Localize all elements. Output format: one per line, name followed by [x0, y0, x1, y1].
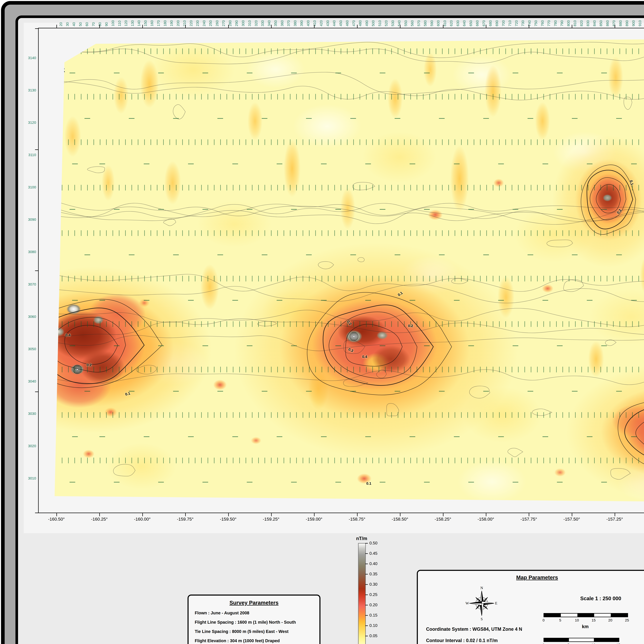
- scalebar-segment: [594, 638, 619, 641]
- axis-top-label: 310: [248, 20, 251, 26]
- survey-parameter-row: Flight Elevation : 304 m (1000 feet) Dra…: [195, 638, 313, 643]
- scalebar-tick: 10: [588, 643, 599, 644]
- flightline-tick-row: [62, 139, 644, 145]
- axis-top-label: 130: [131, 20, 134, 26]
- axis-bottom-label: -157.75°: [508, 517, 549, 521]
- axis-top-label: 340: [267, 20, 271, 26]
- axis-top-label: 260: [215, 20, 219, 26]
- axis-top-label: 50: [79, 22, 82, 26]
- map-parameter-row: Contour Interval : 0.02 / 0.1 nT/m: [426, 638, 498, 643]
- axis-top-label: 640: [463, 20, 466, 26]
- axis-bottom-label: -159.75°: [165, 517, 206, 521]
- axis-top-label: 210: [183, 20, 186, 26]
- axis-top-label: 860: [606, 20, 609, 26]
- scalebar-segments: [544, 613, 628, 617]
- frame-tick-bottom: [314, 513, 315, 516]
- flightline-tick-row: [62, 321, 644, 327]
- axis-top-label: 330: [261, 20, 264, 26]
- tie-line-dash-row: [70, 118, 644, 119]
- compass-n: N: [480, 586, 483, 590]
- axis-bottom-label: -159.50°: [208, 517, 249, 521]
- frame-tick-top: [357, 25, 358, 28]
- axis-bottom-label: -160.00°: [122, 517, 163, 521]
- axis-top-label: 140: [137, 20, 141, 26]
- legend-tick-value: 0.40: [369, 562, 377, 566]
- tie-line-dash-row: [70, 300, 644, 301]
- map-parameters-title: Map Parameters: [418, 574, 644, 581]
- axis-top-label: 610: [443, 20, 447, 26]
- frame-tick-bottom: [357, 513, 358, 516]
- scalebar-tick: 0: [538, 643, 549, 644]
- scale-text: Scale 1 : 250 000: [549, 596, 644, 601]
- frame-tick-bottom: [615, 513, 615, 516]
- scalebar-segment: [544, 614, 561, 617]
- tie-line-dash-row: [70, 391, 644, 392]
- flightline-tick-row: [62, 185, 644, 190]
- axis-top-label: 590: [430, 20, 434, 26]
- tie-line-dash-row: [70, 482, 644, 482]
- axis-top-label: 30: [66, 22, 69, 26]
- axis-top-label: 480: [358, 20, 362, 26]
- contour-value-label: 0.2: [408, 324, 413, 328]
- axis-top-label: 720: [515, 20, 518, 26]
- axis-top-label: 740: [528, 20, 531, 26]
- axis-top-label: 540: [397, 20, 401, 26]
- axis-top-label: 890: [625, 20, 629, 26]
- map-plot-area: 0.40.20.10.10.20.30.40.10.20.20.10.20.30…: [38, 28, 644, 513]
- axis-top-label: 730: [521, 20, 525, 26]
- frame-tick-left: [35, 149, 39, 150]
- axis-top-label: 900: [632, 20, 635, 26]
- scalebar-segment: [577, 614, 594, 617]
- axis-bottom-label: -157.00°: [637, 517, 644, 521]
- axis-top-label: 620: [450, 20, 453, 26]
- axis-top-label: 670: [482, 20, 486, 26]
- frame-tick-left: [35, 392, 39, 392]
- axis-bottom-label: -157.50°: [551, 517, 592, 521]
- axis-top-label: 320: [254, 20, 258, 26]
- frame-tick-top: [486, 25, 486, 28]
- frame-tick-top: [142, 25, 143, 28]
- compass-w: W: [465, 601, 469, 605]
- axis-bottom-label: -158.50°: [379, 517, 421, 521]
- frame-tick-bottom: [486, 513, 486, 516]
- axis-top-label: 180: [163, 20, 167, 26]
- axis-top-label: 850: [599, 20, 603, 26]
- flightline-tick-row: [62, 94, 644, 100]
- map-data-region: 0.40.20.10.10.20.30.40.10.20.20.10.20.30…: [39, 28, 644, 513]
- axis-top-label: 290: [235, 20, 238, 26]
- axis-top-label: 170: [157, 20, 160, 26]
- axis-top-label: 160: [150, 20, 154, 26]
- axis-top-label: 380: [293, 20, 297, 26]
- legend-gradient-bar: [358, 543, 366, 644]
- legend-tick-value: 0.45: [369, 551, 377, 555]
- axis-top-label: 790: [560, 20, 564, 26]
- frame-tick-bottom: [529, 513, 529, 516]
- flightline-tick-row: [62, 276, 644, 281]
- frame-tick-top: [615, 25, 615, 28]
- scalebar-segment: [561, 614, 578, 617]
- contour-value-label: 0.1: [366, 482, 371, 485]
- axis-left-label: 3130: [21, 88, 36, 92]
- scalebar-unit: km: [575, 624, 596, 629]
- frame-tick-top: [185, 25, 186, 28]
- tie-line-dash-row: [70, 164, 644, 164]
- flightline-tick-row: [62, 367, 644, 372]
- axis-top-label: 40: [72, 22, 76, 26]
- tie-line-dash-row: [70, 255, 644, 255]
- tie-line-dash-row: [70, 209, 644, 210]
- axis-left-label: 3080: [21, 250, 36, 254]
- axis-top-label: 490: [365, 20, 369, 26]
- scalebar-tick: 0: [538, 618, 549, 622]
- axis-top-label: 880: [619, 20, 622, 26]
- legend-tick-line: [365, 636, 368, 636]
- frame-tick-bottom: [142, 513, 143, 516]
- legend-tick-value: 0.10: [369, 623, 377, 628]
- axis-top-label: 840: [593, 20, 596, 26]
- axis-bottom-label: -158.25°: [422, 517, 464, 521]
- frame-tick-bottom: [271, 513, 272, 516]
- axis-top-label: 240: [202, 20, 206, 26]
- survey-parameters-title: Survey Parameters: [195, 600, 313, 606]
- axis-top-label: 280: [228, 20, 232, 26]
- axis-top-label: 400: [306, 20, 310, 26]
- axis-top-label: 770: [547, 20, 551, 26]
